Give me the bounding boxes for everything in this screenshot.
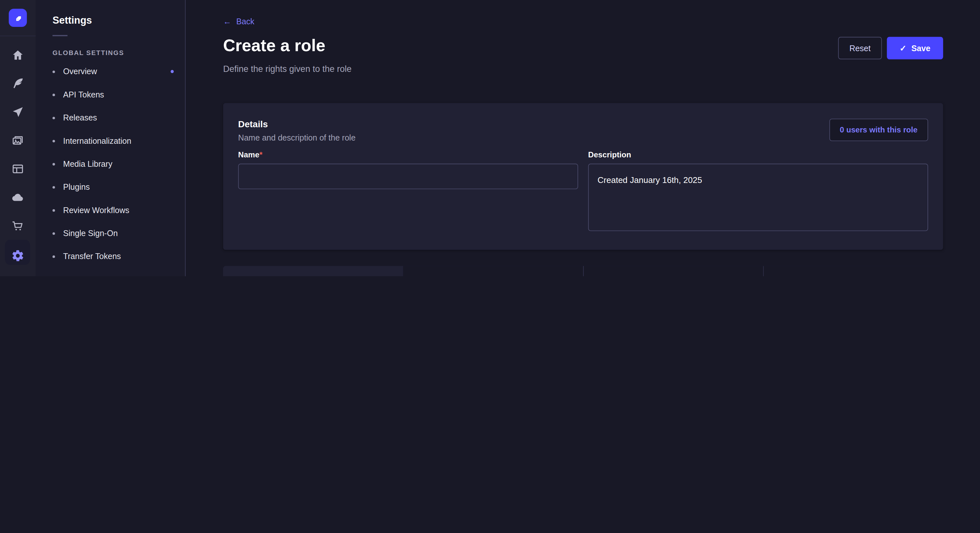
subnav-item-single-sign-on[interactable]: Single Sign-On [36,222,185,245]
subnav-item-internationalization[interactable]: Internationalization [36,129,185,152]
permissions-tabbar: Collection Types Single Types Plugins Se… [223,266,943,276]
details-card-title: Details [238,119,268,129]
subnav-item-review-workflows[interactable]: Review Workflows [36,198,185,222]
bullet-icon [52,140,55,142]
bullet-icon [52,209,55,211]
layout-icon[interactable] [0,155,36,183]
bullet-icon [52,232,55,235]
strapi-settings-create-role-page: ← Back Create a role Define the rights g… [0,0,980,276]
tab-single-types[interactable]: Single Types [403,266,583,276]
icon-rail: KD [0,0,36,276]
settings-subnav: Settings GLOBAL SETTINGS Overview API To… [36,0,186,276]
subnav-item-media-library[interactable]: Media Library [36,152,185,176]
name-input[interactable] [238,163,578,189]
strapi-logo[interactable] [9,9,27,27]
subnav-divider [52,35,67,36]
subnav-item-overview[interactable]: Overview [36,60,185,83]
bullet-icon [52,255,55,258]
details-card-subtitle: Name and description of the role [238,133,355,143]
subnav-item-plugins[interactable]: Plugins [36,176,185,198]
bullet-icon [52,70,55,73]
users-with-role-button[interactable]: 0 users with this role [829,119,928,141]
subnav-item-releases[interactable]: Releases [36,106,185,129]
save-button-label: Save [911,43,931,53]
reset-button-label: Reset [850,43,871,53]
name-field-label: Name* [238,151,262,159]
nav-section-global-settings: GLOBAL SETTINGS Overview API Tokens Rele… [36,49,185,276]
rail-divider-top [0,36,36,36]
subnav-title: Settings [36,0,185,26]
description-textarea[interactable]: Created January 16th, 2025 [588,163,928,231]
back-link[interactable]: ← Back [223,17,254,26]
subnav-item-webhooks[interactable]: Webhooks [36,268,185,276]
send-icon[interactable] [0,98,36,126]
tab-settings[interactable]: Settings [763,266,943,276]
required-asterisk: * [259,151,262,159]
cloud-icon[interactable] [0,184,36,212]
reset-button[interactable]: Reset [838,37,882,59]
page-subtitle: Define the rights given to the role [223,64,351,74]
subnav-item-api-tokens[interactable]: API Tokens [36,83,185,106]
settings-gear-icon[interactable] [0,241,36,270]
permissions-panel: Collection Types Single Types Plugins Se… [223,266,943,276]
tab-collection-types[interactable]: Collection Types [223,266,403,276]
subnav-item-transfer-tokens[interactable]: Transfer Tokens [36,245,185,268]
check-icon: ✓ [900,43,907,53]
back-label: Back [236,17,255,26]
feather-icon[interactable] [0,69,36,97]
description-field-label: Description [588,151,631,159]
users-with-role-label: 0 users with this role [840,125,918,134]
details-card: Details Name and description of the role… [223,103,943,250]
back-arrow-icon: ← [223,17,231,26]
strapi-logo-glyph [13,13,22,22]
home-icon[interactable] [0,41,36,69]
bullet-icon [52,163,55,165]
bullet-icon [52,117,55,119]
page-title: Create a role [223,36,325,56]
save-button[interactable]: ✓ Save [887,37,943,59]
bullet-icon [52,93,55,96]
bullet-icon [52,186,55,189]
tab-plugins[interactable]: Plugins [583,266,763,276]
media-library-icon[interactable] [0,127,36,155]
marketplace-cart-icon[interactable] [0,212,36,240]
notification-dot [170,70,174,73]
